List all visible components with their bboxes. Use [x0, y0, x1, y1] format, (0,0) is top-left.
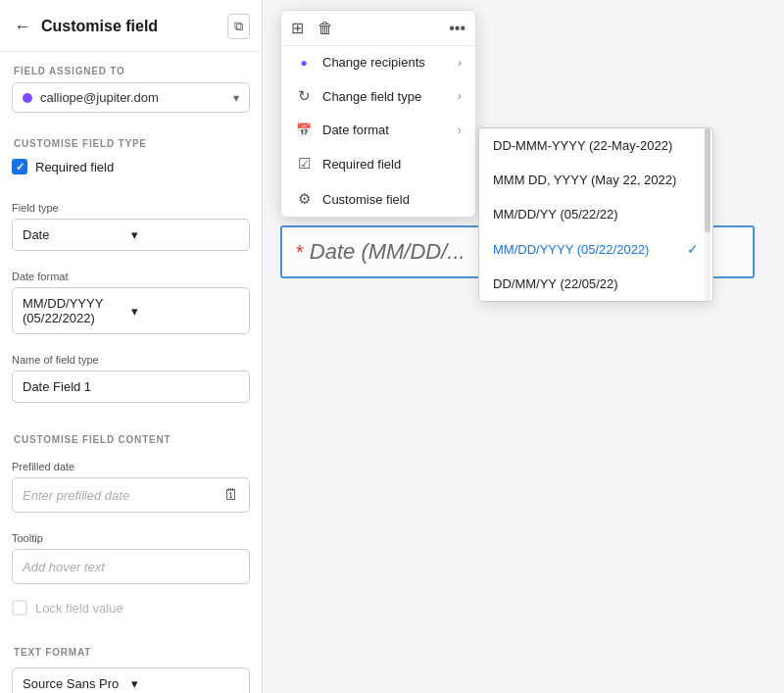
prefilled-placeholder: Enter prefilled date: [23, 488, 223, 503]
date-format-label: Date format: [12, 271, 250, 282]
date-option-2[interactable]: MM/DD/YY (05/22/22): [479, 197, 712, 231]
field-assigned-row: calliope@jupiter.dom ▾: [0, 82, 262, 124]
dropdown-scrollbar[interactable]: [705, 128, 710, 301]
copy-icon: ⧉: [234, 19, 243, 33]
date-format-dropdown: DD-MMM-YYYY (22-May-2022) MMM DD, YYYY (…: [478, 127, 713, 302]
name-field-label: Name of field type: [12, 354, 250, 366]
copy-button[interactable]: ⧉: [227, 14, 250, 39]
customise-content-label: CUSTOMISE FIELD CONTENT: [0, 421, 262, 451]
back-button[interactable]: ←: [12, 15, 33, 39]
context-menu: ⊞ 🗑 ••• ● Change recipients › ↻ Change f…: [280, 10, 476, 218]
required-label: Required field: [35, 160, 114, 174]
field-type-select[interactable]: Date ▾: [12, 219, 250, 251]
menu-item-change-recipients[interactable]: ● Change recipients ›: [281, 46, 475, 78]
field-type-value: Date: [23, 227, 131, 242]
recipients-icon: ●: [295, 56, 313, 70]
date-format-value: MM/DD/YYYY (05/22/2022): [23, 296, 131, 325]
date-option-4-label: DD/MM/YY (22/05/22): [493, 276, 618, 291]
more-icon: •••: [449, 20, 466, 36]
tooltip-group: Tooltip Add hover text: [0, 522, 262, 594]
text-format-label: TEXT FORMAT: [0, 633, 262, 664]
assigned-email: calliope@jupiter.dom: [40, 90, 225, 105]
font-value: Source Sans Pro: [23, 676, 131, 691]
assigned-dot: [23, 93, 32, 103]
field-type-chevron: ▾: [131, 227, 240, 242]
required-row: Required field: [0, 155, 262, 184]
menu-toolbar: ⊞ 🗑 •••: [281, 11, 475, 46]
date-format-select[interactable]: MM/DD/YYYY (05/22/2022) ▾: [12, 287, 250, 334]
font-chevron: ▾: [131, 676, 240, 691]
lock-label: Lock field value: [35, 601, 123, 616]
assigned-chevron: ▾: [233, 91, 239, 105]
date-format-arrow: ›: [458, 124, 462, 137]
lock-row: Lock field value: [0, 594, 262, 625]
customise-field-label: Customise field: [322, 192, 462, 207]
change-type-icon: ↻: [295, 87, 313, 105]
date-option-4[interactable]: DD/MM/YY (22/05/22): [479, 267, 712, 301]
menu-item-change-field-type[interactable]: ↻ Change field type ›: [281, 78, 475, 114]
lock-checkbox[interactable]: [12, 600, 27, 616]
menu-item-date-format[interactable]: 📅 Date format ›: [281, 114, 475, 146]
font-select[interactable]: Source Sans Pro ▾: [12, 668, 250, 693]
date-option-1[interactable]: MMM DD, YYYY (May 22, 2022): [479, 163, 712, 197]
menu-delete-button[interactable]: 🗑: [318, 20, 333, 37]
change-type-arrow: ›: [458, 89, 462, 103]
customise-type-label: CUSTOMISE FIELD TYPE: [0, 124, 262, 155]
back-icon: ←: [14, 17, 31, 37]
date-format-chevron: ▾: [131, 304, 240, 319]
prefilled-date-row: Enter prefilled date 🗓: [12, 477, 250, 513]
field-type-group: Field type Date ▾: [0, 192, 262, 261]
customise-icon: ⚙: [295, 190, 313, 208]
menu-item-required-field[interactable]: ☑ Required field: [281, 146, 475, 181]
name-field-group: Name of field type: [0, 344, 262, 413]
change-recipients-label: Change recipients: [322, 55, 448, 70]
trash-icon: 🗑: [318, 20, 333, 36]
text-format-row: Source Sans Pro ▾: [0, 664, 262, 693]
date-format-menu-icon: 📅: [295, 123, 313, 137]
menu-more-button[interactable]: •••: [449, 20, 466, 37]
assigned-select[interactable]: calliope@jupiter.dom ▾: [12, 82, 250, 113]
date-option-2-label: MM/DD/YY (05/22/22): [493, 207, 618, 222]
left-panel: ← Customise field ⧉ FIELD ASSIGNED TO ca…: [0, 0, 263, 693]
required-checkbox[interactable]: [12, 159, 27, 174]
name-field-input[interactable]: [12, 371, 250, 403]
date-format-menu-label: Date format: [322, 123, 448, 137]
panel-header: ← Customise field ⧉: [0, 0, 262, 52]
date-option-1-label: MMM DD, YYYY (May 22, 2022): [493, 173, 676, 187]
right-panel: ⊞ 🗑 ••• ● Change recipients › ↻ Change f…: [263, 0, 784, 693]
date-option-0-label: DD-MMM-YYYY (22-May-2022): [493, 138, 672, 153]
required-asterisk: *: [296, 241, 304, 264]
field-assigned-label: FIELD ASSIGNED TO: [0, 52, 262, 82]
menu-item-customise-field[interactable]: ⚙ Customise field: [281, 181, 475, 217]
date-format-group: Date format MM/DD/YYYY (05/22/2022) ▾: [0, 261, 262, 344]
tooltip-placeholder: Add hover text: [23, 560, 105, 574]
date-option-3-label: MM/DD/YYYY (05/22/2022): [493, 242, 649, 257]
prefilled-date-group: Prefilled date Enter prefilled date 🗓: [0, 451, 262, 522]
grid-icon: ⊞: [291, 20, 304, 36]
required-menu-icon: ☑: [295, 155, 313, 173]
calendar-icon[interactable]: 🗓: [223, 486, 239, 504]
field-type-label: Field type: [12, 202, 250, 214]
change-field-type-label: Change field type: [322, 89, 448, 104]
menu-grid-button[interactable]: ⊞: [291, 19, 304, 37]
selected-check-icon: ✓: [687, 241, 699, 257]
dropdown-scrollbar-thumb: [705, 128, 710, 232]
panel-title: Customise field: [41, 18, 158, 35]
tooltip-label: Tooltip: [12, 532, 250, 544]
date-option-3[interactable]: MM/DD/YYYY (05/22/2022) ✓: [479, 231, 712, 267]
date-preview-text: Date (MM/DD/...: [310, 239, 466, 265]
tooltip-input-row[interactable]: Add hover text: [12, 549, 250, 584]
required-menu-label: Required field: [322, 157, 462, 172]
date-option-0[interactable]: DD-MMM-YYYY (22-May-2022): [479, 128, 712, 163]
prefilled-date-label: Prefilled date: [12, 461, 250, 472]
recipients-arrow: ›: [458, 56, 462, 70]
